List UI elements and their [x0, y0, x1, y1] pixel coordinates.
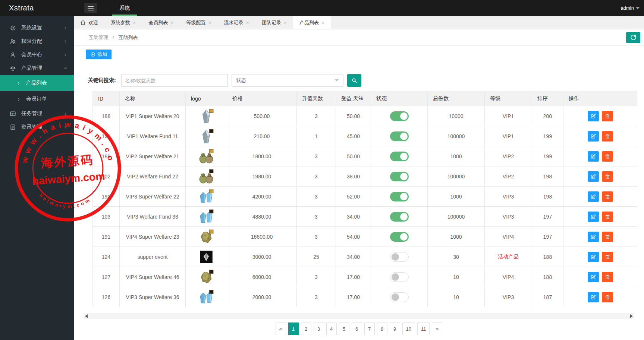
- cell-percent: 17.00: [336, 267, 371, 287]
- keyword-input[interactable]: [121, 74, 228, 87]
- table-header-row: ID名称logo价格升值天数受益 天%状态总份数等级排序操作: [93, 91, 637, 106]
- delete-button[interactable]: [602, 131, 613, 142]
- trash-icon: [605, 234, 610, 239]
- sidebar-subitem-product-list[interactable]: 产品列表: [0, 75, 74, 91]
- sidebar-item-tasks[interactable]: 任务管理: [0, 107, 74, 120]
- refresh-button[interactable]: [626, 32, 640, 43]
- page-button[interactable]: 11: [417, 322, 430, 335]
- breadcrumb-parent[interactable]: 互助管理: [89, 35, 108, 40]
- chevron-down-icon: [63, 66, 68, 71]
- cell-sort: 198: [532, 187, 563, 207]
- sidebar-item-members[interactable]: 会员中心: [0, 48, 74, 61]
- cell-price: 1800.00: [227, 146, 297, 166]
- tab-team-records[interactable]: 团队记录×: [255, 16, 293, 29]
- edit-button[interactable]: [588, 111, 599, 121]
- search-button[interactable]: [347, 74, 361, 87]
- delete-button[interactable]: [602, 272, 613, 282]
- status-toggle[interactable]: [390, 131, 409, 141]
- edit-button[interactable]: [588, 292, 599, 302]
- tab-system-params[interactable]: 系统参数×: [104, 16, 142, 29]
- delete-button[interactable]: [602, 171, 613, 182]
- status-toggle[interactable]: [390, 172, 409, 181]
- topnav-system[interactable]: 系统: [111, 0, 138, 16]
- edit-button[interactable]: [588, 131, 599, 142]
- delete-button[interactable]: [602, 232, 613, 242]
- delete-button[interactable]: [602, 212, 613, 222]
- close-icon[interactable]: ×: [133, 20, 136, 25]
- tab-level-config[interactable]: 等级配置×: [180, 16, 217, 29]
- product-logo-image: [186, 108, 227, 124]
- horizontal-scrollbar[interactable]: [84, 313, 634, 319]
- cell-price: 4880.00: [227, 207, 297, 227]
- status-toggle[interactable]: [390, 292, 409, 302]
- sidebar-item-products[interactable]: 产品管理: [0, 61, 74, 75]
- page-button[interactable]: 3: [314, 322, 324, 335]
- cell-status: [371, 227, 428, 247]
- table-row: 190VIP3 Super Welfare 224200.00352.00100…: [93, 187, 637, 207]
- status-toggle[interactable]: [390, 212, 409, 222]
- edit-button[interactable]: [588, 171, 599, 182]
- delete-button[interactable]: [602, 292, 613, 302]
- tab-welcome[interactable]: 欢迎: [74, 16, 104, 29]
- search-label: 关键词搜索:: [88, 77, 116, 84]
- close-icon[interactable]: ×: [208, 20, 211, 25]
- edit-icon: [591, 274, 596, 280]
- page-button[interactable]: 2: [301, 322, 311, 335]
- edit-button[interactable]: [588, 232, 599, 242]
- page-prev-button[interactable]: «: [276, 322, 286, 335]
- edit-button[interactable]: [588, 272, 599, 282]
- cell-sort: 187: [532, 287, 563, 307]
- page-button[interactable]: 5: [339, 322, 349, 335]
- sidebar-subitem-member-orders[interactable]: 会员订单: [0, 91, 74, 107]
- delete-button[interactable]: [602, 111, 613, 121]
- app-logo: Xstrata: [0, 0, 74, 16]
- edit-button[interactable]: [588, 252, 599, 262]
- pagination: «1234567891011»: [84, 322, 634, 335]
- page-button[interactable]: 9: [390, 322, 400, 335]
- sidebar-item-news[interactable]: 资讯管理: [0, 120, 74, 134]
- status-toggle[interactable]: [390, 252, 409, 262]
- edit-button[interactable]: [588, 212, 599, 222]
- status-toggle[interactable]: [390, 152, 409, 161]
- search-icon: [351, 77, 357, 83]
- tab-member-list[interactable]: 会员列表×: [142, 16, 180, 29]
- scroll-left-icon[interactable]: [85, 314, 88, 318]
- toggle-knob: [400, 112, 408, 120]
- status-select[interactable]: 状态: [232, 74, 343, 87]
- status-toggle[interactable]: [390, 192, 409, 201]
- page-button[interactable]: 6: [352, 322, 362, 335]
- delete-button[interactable]: [602, 191, 613, 202]
- status-toggle[interactable]: [390, 232, 409, 242]
- tab-flow-records[interactable]: 流水记录×: [218, 16, 255, 29]
- sidebar: 系统设置权限分配会员中心产品管理产品列表会员订单任务管理资讯管理: [0, 16, 74, 340]
- menu-toggle-button[interactable]: [84, 3, 97, 13]
- cell-percent: 52.00: [336, 187, 371, 207]
- cell-level: VIP4: [485, 267, 532, 287]
- edit-button[interactable]: [588, 191, 599, 202]
- user-menu[interactable]: admin: [621, 0, 644, 16]
- scroll-right-icon[interactable]: [630, 314, 633, 318]
- tab-label: 欢迎: [88, 19, 98, 26]
- sidebar-item-permissions[interactable]: 权限分配: [0, 35, 74, 48]
- edit-button[interactable]: [588, 151, 599, 162]
- tab-product-list[interactable]: 产品列表×: [293, 16, 331, 29]
- status-toggle[interactable]: [390, 111, 409, 121]
- close-icon[interactable]: ×: [170, 20, 173, 25]
- delete-button[interactable]: [602, 252, 613, 262]
- page-button[interactable]: 4: [326, 322, 337, 335]
- page-button[interactable]: 8: [377, 322, 387, 335]
- page-next-button[interactable]: »: [432, 322, 442, 335]
- close-icon[interactable]: ×: [284, 20, 287, 25]
- sidebar-item-settings[interactable]: 系统设置: [0, 21, 74, 35]
- product-logo-image: [186, 189, 227, 204]
- page-button[interactable]: 1: [288, 322, 299, 335]
- add-button[interactable]: 添加: [86, 50, 111, 59]
- status-toggle[interactable]: [390, 272, 409, 282]
- close-icon[interactable]: ×: [321, 20, 324, 25]
- cell-total: 1000: [428, 146, 485, 166]
- table-row: 124supper event3000.002534.0030活动产品188: [93, 247, 637, 267]
- page-button[interactable]: 7: [364, 322, 375, 335]
- delete-button[interactable]: [602, 151, 613, 162]
- page-button[interactable]: 10: [402, 322, 415, 335]
- close-icon[interactable]: ×: [246, 20, 249, 25]
